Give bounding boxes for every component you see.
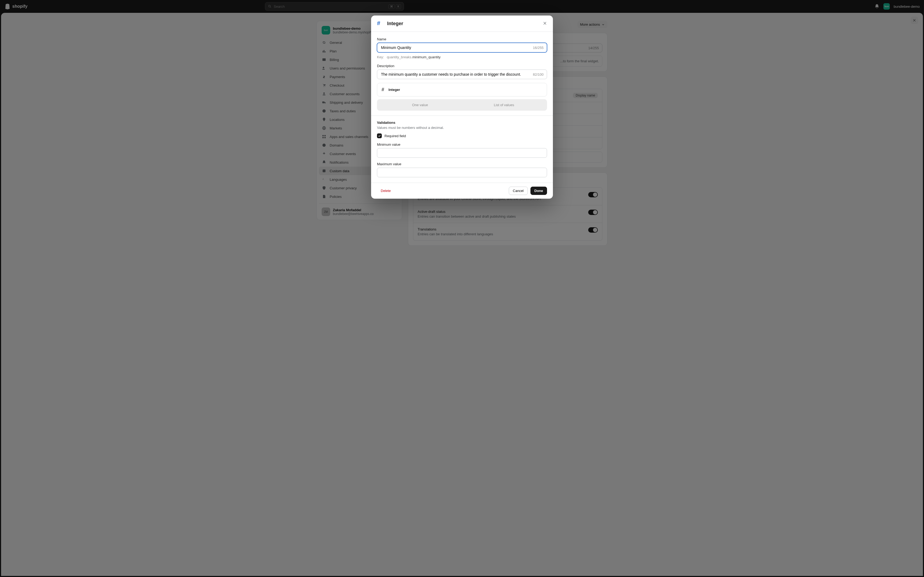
type-box[interactable]: # Integer xyxy=(377,83,547,97)
modal-footer: Delete Cancel Done xyxy=(371,183,553,199)
required-checkbox[interactable] xyxy=(377,134,382,138)
min-label: Minimum value xyxy=(377,142,547,147)
key-line: Key: quantity_breaks.minimum_quantity xyxy=(377,55,547,59)
validations-subtext: Values must be numbers without a decimal… xyxy=(377,126,547,130)
check-icon xyxy=(378,134,381,137)
description-field[interactable] xyxy=(380,72,533,77)
seg-one-value[interactable]: One value xyxy=(378,100,462,110)
hash-icon: # xyxy=(377,20,383,27)
required-row: Required field xyxy=(377,134,547,138)
description-input[interactable]: 82/100 xyxy=(377,69,547,79)
name-field[interactable] xyxy=(380,45,533,50)
close-icon xyxy=(543,21,547,26)
description-counter: 82/100 xyxy=(533,73,544,76)
max-field[interactable] xyxy=(380,170,544,175)
type-label: Integer xyxy=(388,88,400,92)
delete-button[interactable]: Delete xyxy=(377,187,394,195)
name-counter: 16/255 xyxy=(533,46,544,50)
required-label: Required field xyxy=(385,134,406,138)
modal-title: Integer xyxy=(387,21,403,26)
name-label: Name xyxy=(377,37,547,41)
cancel-button[interactable]: Cancel xyxy=(509,187,528,195)
seg-list-values[interactable]: List of values xyxy=(462,100,546,110)
hash-icon-small: # xyxy=(382,87,384,92)
modal-close-button[interactable] xyxy=(543,21,547,26)
integer-modal: # Integer Name 16/255 Key: quantity_brea… xyxy=(371,16,553,199)
done-button[interactable]: Done xyxy=(530,187,547,195)
description-label: Description xyxy=(377,64,547,68)
value-segment: One value List of values xyxy=(377,99,547,111)
max-label: Maximum value xyxy=(377,162,547,166)
validations-heading: Validations xyxy=(377,121,547,125)
modal-body: Name 16/255 Key: quantity_breaks.minimum… xyxy=(371,32,553,183)
modal-header: # Integer xyxy=(371,16,553,32)
max-input[interactable] xyxy=(377,168,547,177)
name-input[interactable]: 16/255 xyxy=(377,43,547,52)
min-input[interactable] xyxy=(377,148,547,158)
min-field[interactable] xyxy=(380,150,544,155)
